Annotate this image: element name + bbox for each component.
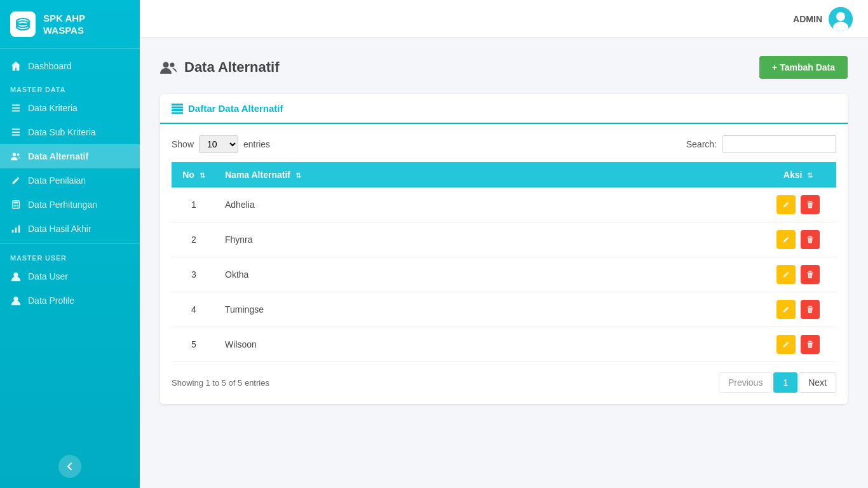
page-title: Data Alternatif [184,59,280,76]
user-icon [10,271,22,282]
cell-no: 1 [172,187,216,222]
table-body: 1 Adhelia 2 Fhynra 3 Oktha [172,187,836,362]
app-logo-icon [10,11,36,37]
svg-point-17 [15,207,17,208]
svg-point-14 [15,205,17,206]
previous-button[interactable]: Previous [719,372,772,393]
next-button[interactable]: Next [799,372,836,393]
svg-rect-20 [15,227,17,233]
delete-button-4[interactable] [801,300,820,319]
sidebar-item-data-user[interactable]: Data User [0,264,140,288]
delete-button-2[interactable] [801,230,820,249]
svg-rect-19 [12,230,14,233]
data-table: No ⇅ Nama Alternatif ⇅ Aksi ⇅ [172,162,836,362]
edit-button-2[interactable] [776,230,796,249]
page-1-button[interactable]: 1 [773,372,797,393]
svg-rect-21 [18,226,20,233]
show-entries: Show 10 25 50 100 entries [172,135,270,153]
svg-point-18 [17,207,18,208]
data-card: Daftar Data Alternatif Show 10 25 50 100… [160,94,848,404]
sidebar-item-data-penilaian[interactable]: Data Penilaian [0,168,140,193]
svg-rect-12 [13,202,18,204]
sidebar-item-data-sub-kriteria[interactable]: Data Sub Kriteria [0,120,140,144]
svg-point-23 [13,297,18,301]
cell-nama-alternatif: Adhelia [216,187,760,222]
sidebar-item-data-alternatif[interactable]: Data Alternatif [0,144,140,168]
entries-label: entries [243,139,270,149]
svg-point-9 [13,153,16,156]
sidebar-item-data-profile[interactable]: Data Profile [0,288,140,313]
users-icon [10,151,22,162]
edit-button-4[interactable] [776,300,796,319]
entries-select[interactable]: 10 25 50 100 [199,135,238,153]
table-row: 3 Oktha [172,257,836,292]
sidebar-item-data-kriteria[interactable]: Data Kriteria [0,96,140,120]
svg-rect-4 [12,107,20,109]
svg-point-13 [13,205,15,206]
svg-point-22 [13,273,18,277]
edit-button-3[interactable] [776,265,796,284]
add-data-button[interactable]: + Tambah Data [759,56,848,79]
topbar: ADMIN [140,0,868,38]
sort-icon-aksi: ⇅ [807,172,813,179]
search-wrap: Search: [686,135,836,153]
topbar-username: ADMIN [793,14,822,24]
cell-no: 3 [172,257,216,292]
showing-info: Showing 1 to 5 of 5 entries [172,378,269,388]
edit-icon [10,175,22,186]
svg-point-15 [17,205,18,206]
delete-button-3[interactable] [801,265,820,284]
home-icon [10,60,22,72]
table-icon [172,104,183,114]
card-body: Show 10 25 50 100 entries Search: [160,124,848,404]
cell-aksi [760,187,836,222]
cell-no: 5 [172,327,216,362]
edit-button-1[interactable] [776,195,796,214]
main-content: ADMIN Data Alternatif + Tambah Data [140,0,868,488]
svg-point-10 [17,153,20,156]
cell-nama-alternatif: Wilsoon [216,327,760,362]
sidebar-logo: SPK AHP WASPAS [0,0,140,49]
sidebar: SPK AHP WASPAS Dashboard MASTER DATA Dat… [0,0,140,488]
svg-point-27 [163,62,169,68]
search-input[interactable] [722,135,836,153]
svg-rect-32 [172,112,183,114]
table-row: 5 Wilsoon [172,327,836,362]
svg-rect-6 [12,129,20,130]
svg-rect-3 [12,105,20,106]
sidebar-item-data-hasil-akhir[interactable]: Data Hasil Akhir [0,217,140,241]
app-name: SPK AHP WASPAS [43,12,85,37]
sidebar-collapse-button[interactable] [58,455,81,478]
content-area: Data Alternatif + Tambah Data Daftar Dat… [140,38,868,488]
cell-nama-alternatif: Fhynra [216,222,760,257]
edit-button-5[interactable] [776,335,796,354]
search-label: Search: [686,139,717,149]
sidebar-item-data-perhitungan[interactable]: Data Perhitungan [0,193,140,217]
table-header-row: No ⇅ Nama Alternatif ⇅ Aksi ⇅ [172,162,836,187]
svg-point-28 [170,63,175,67]
sidebar-section-master-data: MASTER DATA [0,78,140,96]
svg-rect-30 [172,106,183,108]
page-header: Data Alternatif + Tambah Data [160,56,848,79]
sort-icon-nama: ⇅ [295,172,301,179]
delete-button-5[interactable] [801,335,820,354]
cell-no: 2 [172,222,216,257]
svg-rect-5 [12,111,20,112]
pagination: Previous 1 Next [719,372,836,393]
page-title-icon [160,60,178,75]
sidebar-section-master-user: MASTER USER [0,247,140,264]
svg-point-16 [13,207,15,208]
svg-rect-8 [12,135,20,136]
cell-nama-alternatif: Oktha [216,257,760,292]
page-title-wrap: Data Alternatif [160,59,280,76]
sidebar-item-dashboard[interactable]: Dashboard [0,54,140,78]
table-footer: Showing 1 to 5 of 5 entries Previous 1 N… [172,372,836,393]
sort-icon-no: ⇅ [200,172,205,179]
cell-aksi [760,292,836,327]
col-header-aksi: Aksi ⇅ [760,162,836,187]
col-header-no: No ⇅ [172,162,216,187]
delete-button-1[interactable] [801,195,820,214]
svg-point-25 [836,12,845,21]
cell-aksi [760,222,836,257]
table-row: 1 Adhelia [172,187,836,222]
